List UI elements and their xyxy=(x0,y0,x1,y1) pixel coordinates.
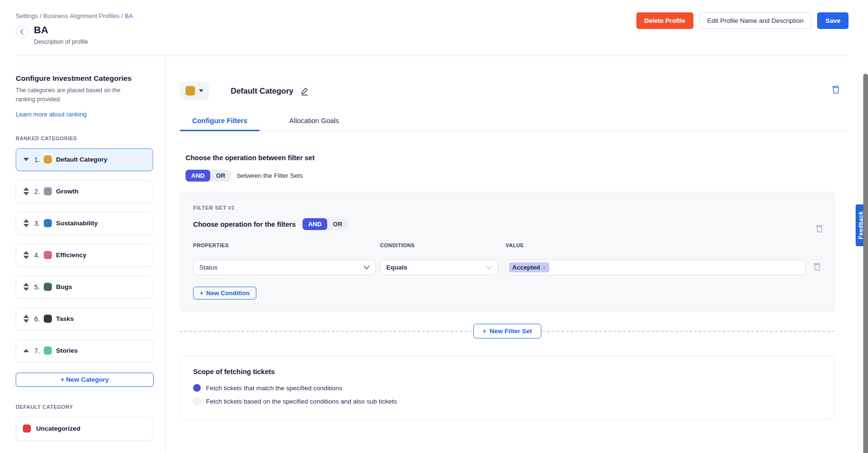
category-item-growth[interactable]: 2. Growth xyxy=(16,180,153,203)
delete-profile-button[interactable]: Delete Profile xyxy=(636,12,693,29)
sidebar-subheading: The categories are placed based on the r… xyxy=(16,86,125,105)
move-down-icon[interactable] xyxy=(23,256,29,259)
save-button[interactable]: Save xyxy=(817,12,848,29)
move-up-icon[interactable] xyxy=(23,283,29,286)
filter-set-card: FILTER SET #1 Choose operation for the f… xyxy=(180,192,835,311)
category-item-bugs[interactable]: 5. Bugs xyxy=(16,276,153,299)
category-rank: 2. xyxy=(34,188,40,195)
filters-operator-toggle: AND OR xyxy=(302,218,348,230)
category-name: Growth xyxy=(56,188,78,195)
page-title: BA xyxy=(34,24,88,36)
new-filter-set-divider: + New Filter Set xyxy=(180,324,835,338)
tab-configure-filters[interactable]: Configure Filters xyxy=(185,112,254,131)
new-filter-set-button[interactable]: + New Filter Set xyxy=(473,324,541,338)
category-item-tasks[interactable]: 6. Tasks xyxy=(16,308,153,330)
remove-value-icon[interactable]: × xyxy=(543,264,546,271)
category-item-sustainability[interactable]: 3. Sustainability xyxy=(16,212,153,235)
category-color-swatch xyxy=(44,251,52,259)
vertical-scrollbar[interactable] xyxy=(863,74,868,453)
category-color-swatch xyxy=(44,187,52,195)
page-header: Settings / Business Alignment Profiles /… xyxy=(0,0,868,45)
property-select[interactable]: Status xyxy=(193,260,376,275)
move-down-icon[interactable] xyxy=(23,319,29,323)
radio-unselected-icon[interactable] xyxy=(193,397,201,405)
reorder-arrows[interactable] xyxy=(23,251,29,259)
delete-filter-set-icon[interactable] xyxy=(815,224,824,235)
scope-heading: Scope of fetching tickets xyxy=(193,368,821,376)
category-item-stories[interactable]: 7. Stories xyxy=(16,339,153,362)
category-color-swatch xyxy=(44,155,52,164)
reorder-arrows[interactable] xyxy=(23,349,29,352)
delete-condition-icon[interactable] xyxy=(813,262,821,273)
condition-select[interactable]: Equals xyxy=(380,260,498,275)
move-down-icon[interactable] xyxy=(23,158,29,161)
move-down-icon[interactable] xyxy=(23,288,29,291)
breadcrumb-path[interactable]: Settings / Business Alignment Profiles / xyxy=(16,12,123,19)
edit-profile-button[interactable]: Edit Profile Name and Description xyxy=(699,12,812,29)
ranked-categories-label: RANKED CATEGORIES xyxy=(16,135,153,141)
back-button[interactable] xyxy=(16,26,28,38)
new-category-button[interactable]: + New Category xyxy=(16,373,154,387)
reorder-arrows[interactable] xyxy=(23,315,29,323)
value-chip-label: Accepted xyxy=(512,264,540,271)
reorder-arrows[interactable] xyxy=(23,158,29,161)
value-chip: Accepted × xyxy=(509,262,549,272)
scope-option-match[interactable]: Fetch tickets that match the specified c… xyxy=(193,384,821,392)
reorder-arrows[interactable] xyxy=(23,283,29,291)
category-color-swatch xyxy=(23,424,31,433)
value-input[interactable]: Accepted × xyxy=(506,260,806,275)
categories-sidebar: Configure Investment Categories The cate… xyxy=(0,56,166,453)
move-up-icon[interactable] xyxy=(23,219,29,222)
reorder-arrows[interactable] xyxy=(23,187,29,195)
new-condition-button[interactable]: + New Condition xyxy=(193,287,256,299)
plus-icon: + xyxy=(200,289,204,297)
plus-icon: + xyxy=(482,328,486,335)
move-up-icon[interactable] xyxy=(23,187,29,191)
chevron-down-icon xyxy=(486,266,492,270)
category-name: Bugs xyxy=(56,283,72,290)
or-toggle-option[interactable]: OR xyxy=(210,170,231,182)
category-name: Efficiency xyxy=(56,251,87,259)
move-up-icon[interactable] xyxy=(23,251,29,254)
reorder-arrows[interactable] xyxy=(23,219,29,227)
sidebar-heading: Configure Investment Categories xyxy=(16,74,153,83)
or-toggle-option[interactable]: OR xyxy=(327,218,348,230)
back-arrow-icon xyxy=(19,29,25,35)
condition-select-value: Equals xyxy=(386,264,407,271)
operation-caption: between the Filter Sets xyxy=(237,172,303,179)
and-toggle-option[interactable]: AND xyxy=(302,218,327,230)
category-color-swatch xyxy=(44,283,52,291)
category-name: Default Category xyxy=(56,156,107,163)
category-item-default-category[interactable]: 1. Default Category xyxy=(16,148,153,171)
page-description: Description of profile xyxy=(34,39,88,45)
category-rank: 5. xyxy=(34,283,40,291)
category-rank: 6. xyxy=(34,315,40,323)
learn-more-link[interactable]: Learn more about ranking xyxy=(16,111,87,118)
ranked-category-list: 1. Default Category 2. Growth 3. Sustain… xyxy=(16,148,153,362)
caret-down-icon xyxy=(199,89,204,92)
category-color-swatch xyxy=(44,219,52,227)
radio-selected-icon[interactable] xyxy=(193,384,201,392)
edit-category-name-icon[interactable] xyxy=(300,87,309,96)
move-down-icon[interactable] xyxy=(23,224,29,227)
move-up-icon[interactable] xyxy=(23,315,29,318)
move-down-icon[interactable] xyxy=(23,192,29,195)
scope-option-sub-tickets[interactable]: Fetch tickets based on the specified con… xyxy=(193,397,821,405)
default-category-label: DEFAULT CATEGORY xyxy=(16,404,153,410)
breadcrumb-current: BA xyxy=(125,12,133,19)
filter-column-headers: PROPERTIES CONDITIONS VALUE xyxy=(193,242,821,248)
uncategorized-item[interactable]: Uncategorized xyxy=(16,417,153,441)
filter-set-operator-toggle: AND OR xyxy=(185,170,231,182)
category-item-efficiency[interactable]: 4. Efficiency xyxy=(16,244,153,267)
category-rank: 1. xyxy=(34,156,40,164)
filter-condition-row: Status Equals Accepted xyxy=(193,260,821,275)
tab-allocation-goals[interactable]: Allocation Goals xyxy=(283,112,346,131)
scope-card: Scope of fetching tickets Fetch tickets … xyxy=(180,356,835,420)
move-up-icon[interactable] xyxy=(23,349,29,352)
selected-color-swatch xyxy=(185,86,195,96)
category-rank: 7. xyxy=(34,347,40,355)
category-color-dropdown[interactable] xyxy=(180,82,209,100)
and-toggle-option[interactable]: AND xyxy=(185,170,210,182)
category-name: Tasks xyxy=(56,315,74,322)
delete-category-icon[interactable] xyxy=(831,85,840,96)
